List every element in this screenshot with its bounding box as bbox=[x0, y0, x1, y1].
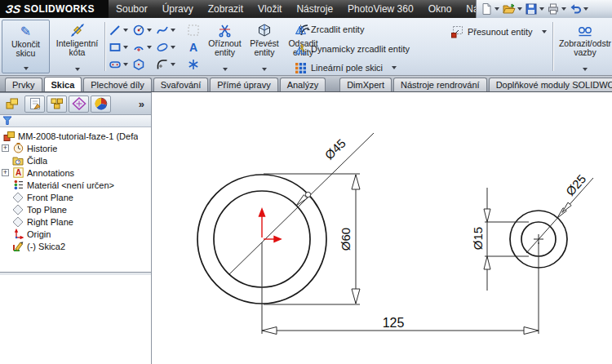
tree-item-front-plane[interactable]: Front Plane bbox=[0, 191, 151, 203]
dropdown-arrow-icon[interactable] bbox=[392, 66, 397, 69]
dropdown-arrow-icon[interactable] bbox=[583, 68, 588, 71]
dropdown-arrow-icon[interactable] bbox=[147, 46, 152, 49]
tab-doplnkove-moduly[interactable]: Doplňkové moduly SOLIDWORKS bbox=[489, 78, 612, 91]
dropdown-arrow-icon[interactable] bbox=[123, 46, 128, 49]
point-icon bbox=[187, 58, 200, 71]
dropdown-arrow-icon[interactable] bbox=[171, 46, 175, 49]
menu-vlozit[interactable]: Vložit bbox=[251, 3, 289, 15]
menu-soubor[interactable]: Soubor bbox=[109, 3, 155, 15]
expand-icon[interactable]: + bbox=[2, 169, 9, 176]
menu-nastroje[interactable]: Nástroje bbox=[289, 3, 340, 15]
display-delete-relations-button[interactable]: Zobrazit/odstr vazby bbox=[556, 20, 612, 73]
plane-icon bbox=[11, 192, 24, 203]
slot-tool-button[interactable] bbox=[109, 57, 128, 72]
dropdown-arrow-icon[interactable] bbox=[262, 68, 267, 71]
exit-sketch-button[interactable]: ✎ Ukončit skicu bbox=[2, 20, 50, 73]
dropdown-arrow-icon[interactable] bbox=[147, 29, 152, 32]
filter-bar[interactable] bbox=[0, 115, 151, 127]
dropdown-arrow-icon[interactable] bbox=[542, 30, 547, 33]
tree-item-label: Origin bbox=[27, 229, 51, 239]
tab-configurationmanager[interactable] bbox=[47, 95, 67, 113]
dropdown-arrow-icon[interactable] bbox=[171, 29, 175, 32]
polygon-tool-button[interactable] bbox=[132, 57, 145, 72]
dropdown-arrow-icon[interactable] bbox=[494, 7, 499, 11]
dropdown-arrow-icon[interactable] bbox=[171, 63, 175, 66]
dropdown-arrow-icon[interactable] bbox=[223, 68, 228, 71]
save-button[interactable] bbox=[524, 2, 545, 16]
menu-okno[interactable]: Okno bbox=[421, 3, 459, 15]
trim-entities-icon bbox=[218, 24, 232, 38]
arc-tool-button[interactable] bbox=[132, 40, 152, 55]
dropdown-arrow-icon[interactable] bbox=[539, 7, 544, 11]
tab-dimxpert[interactable]: DimXpert bbox=[339, 78, 392, 91]
tab-plechove-dily[interactable]: Plechové díly bbox=[83, 78, 151, 91]
tab-dimxpertmanager[interactable] bbox=[69, 95, 89, 113]
tab-prime-upravy[interactable]: Přímé úpravy bbox=[210, 78, 277, 91]
dropdown-arrow-icon[interactable] bbox=[517, 7, 522, 11]
mirror-entities-button[interactable]: Zrcadlit entity bbox=[295, 23, 364, 36]
dropdown-arrow-icon[interactable] bbox=[561, 7, 566, 11]
tab-displaymanager[interactable] bbox=[91, 95, 111, 113]
fillet-tool-button[interactable] bbox=[156, 57, 175, 72]
convert-entities-button[interactable]: Převést entity bbox=[246, 20, 283, 73]
text-tool-button[interactable]: A bbox=[187, 40, 200, 55]
panel-splitter[interactable] bbox=[0, 272, 151, 275]
dropdown-arrow-icon[interactable] bbox=[123, 29, 128, 32]
tab-analyzy[interactable]: Analýzy bbox=[280, 78, 326, 91]
ellipse-tool-button[interactable] bbox=[156, 40, 175, 55]
tree-item-root[interactable]: MM-2008-tutorial-faze-1 (Defa bbox=[0, 130, 151, 142]
tree-item-historie[interactable]: + Historie bbox=[0, 142, 151, 154]
sketch-origin[interactable] bbox=[259, 209, 282, 242]
dimension-dia15[interactable]: Ø15 bbox=[471, 188, 529, 291]
dimension-dia45[interactable]: Ø45 bbox=[228, 133, 374, 275]
tree-item-material[interactable]: Materiál <není určen> bbox=[0, 179, 151, 191]
sensors-folder-icon bbox=[11, 155, 24, 166]
dim-label-dia15[interactable]: Ø15 bbox=[471, 227, 485, 250]
point-tool-button[interactable] bbox=[187, 57, 200, 72]
annotations-icon: A bbox=[11, 167, 24, 179]
dim-label-dia60[interactable]: Ø60 bbox=[339, 228, 353, 251]
tree-item-annotations[interactable]: + A Annotations bbox=[0, 166, 151, 179]
tree-item-label: Top Plane bbox=[27, 205, 67, 215]
dynamic-mirror-button[interactable]: Dynamicky zrcadlit entity bbox=[295, 42, 410, 55]
dim-label-125[interactable]: 125 bbox=[383, 316, 405, 330]
toolbar-separator bbox=[552, 22, 553, 71]
menu-photoview360[interactable]: PhotoView 360 bbox=[340, 3, 421, 15]
tree-item-cidla[interactable]: Čidla bbox=[0, 154, 151, 166]
tree-item-skica2[interactable]: (-) Skica2 bbox=[0, 240, 151, 252]
dimension-dia25[interactable]: Ø25 bbox=[526, 171, 593, 253]
spline-tool-button[interactable] bbox=[156, 23, 175, 38]
print-button[interactable] bbox=[546, 2, 567, 16]
undo-button[interactable] bbox=[568, 2, 589, 16]
menu-upravy[interactable]: Úpravy bbox=[155, 3, 201, 15]
dropdown-arrow-icon[interactable] bbox=[24, 67, 29, 70]
dim-label-dia25[interactable]: Ø25 bbox=[563, 171, 589, 198]
linear-pattern-button[interactable]: Lineární pole skici bbox=[295, 61, 397, 74]
new-document-button[interactable] bbox=[479, 2, 500, 16]
tree-item-right-plane[interactable]: Right Plane bbox=[0, 215, 151, 228]
move-entities-button[interactable]: Přesunout entity bbox=[450, 25, 547, 38]
tab-prvky[interactable]: Prvky bbox=[5, 78, 42, 91]
smart-dimension-button[interactable]: Inteligentní kóta bbox=[51, 20, 103, 73]
flyout-chevron-icon[interactable]: » bbox=[139, 98, 149, 110]
circle-tool-button[interactable] bbox=[132, 23, 152, 38]
dropdown-arrow-icon[interactable] bbox=[75, 68, 80, 71]
expand-icon[interactable]: + bbox=[2, 144, 9, 152]
dropdown-arrow-icon[interactable] bbox=[123, 63, 128, 66]
feature-manager-panel: » MM-2008-tutorial-faze-1 (Defa + Histor… bbox=[0, 92, 152, 364]
dim-label-dia45[interactable]: Ø45 bbox=[322, 136, 348, 162]
dropdown-arrow-icon[interactable] bbox=[583, 7, 588, 11]
line-tool-button[interactable] bbox=[109, 23, 128, 38]
tab-featuremanager[interactable] bbox=[2, 95, 23, 113]
tab-nastroje-rendrovani[interactable]: Nástroje rendrování bbox=[393, 78, 487, 91]
filter-icon[interactable] bbox=[2, 116, 12, 126]
trim-entities-button[interactable]: Oříznout entity bbox=[206, 20, 244, 73]
tree-item-origin[interactable]: Origin bbox=[0, 228, 151, 240]
rectangle-tool-button[interactable] bbox=[109, 40, 128, 55]
tab-propertymanager[interactable] bbox=[24, 95, 45, 113]
tab-skica[interactable]: Skica bbox=[44, 77, 82, 91]
tree-item-top-plane[interactable]: Top Plane bbox=[0, 203, 151, 215]
menu-zobrazit[interactable]: Zobrazit bbox=[201, 3, 251, 15]
tab-svarovani[interactable]: Svařování bbox=[153, 78, 209, 91]
open-document-button[interactable] bbox=[501, 2, 523, 16]
